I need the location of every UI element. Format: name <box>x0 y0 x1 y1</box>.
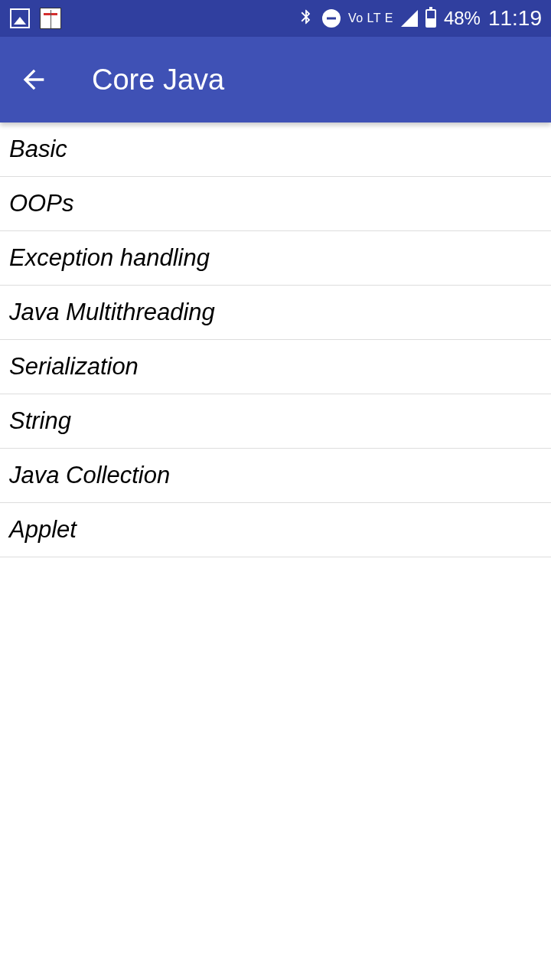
arrow-left-icon <box>18 64 49 95</box>
topic-list: Basic OOPs Exception handling Java Multi… <box>0 122 551 557</box>
app-notification-icon <box>40 8 61 29</box>
list-item-label: Java Collection <box>9 462 170 489</box>
battery-icon <box>425 9 436 28</box>
list-item-serialization[interactable]: Serialization <box>0 340 551 394</box>
app-bar: Core Java <box>0 37 551 122</box>
image-notification-icon <box>9 8 31 29</box>
list-item-string[interactable]: String <box>0 394 551 449</box>
list-item-java-collection[interactable]: Java Collection <box>0 449 551 503</box>
clock: 11:19 <box>488 6 542 31</box>
list-item-label: Basic <box>9 136 67 163</box>
back-button[interactable] <box>18 64 49 95</box>
dnd-icon <box>322 9 341 28</box>
status-bar: Vo LT E 48% 11:19 <box>0 0 551 37</box>
list-item-label: Serialization <box>9 353 139 381</box>
bluetooth-icon <box>298 8 315 28</box>
list-item-label: Exception handling <box>9 244 210 272</box>
list-item-label: String <box>9 407 71 435</box>
status-right: Vo LT E 48% 11:19 <box>298 6 542 31</box>
list-item-basic[interactable]: Basic <box>0 122 551 177</box>
status-left <box>9 8 61 29</box>
battery-percentage: 48% <box>444 8 481 29</box>
list-item-label: Java Multithreading <box>9 299 215 326</box>
volte-label: Vo LT E <box>348 11 393 25</box>
list-item-label: OOPs <box>9 190 73 217</box>
page-title: Core Java <box>92 64 224 96</box>
list-item-oops[interactable]: OOPs <box>0 177 551 231</box>
list-item-exception-handling[interactable]: Exception handling <box>0 231 551 286</box>
signal-icon <box>401 10 418 27</box>
list-item-java-multithreading[interactable]: Java Multithreading <box>0 286 551 340</box>
list-item-label: Applet <box>9 516 77 544</box>
list-item-applet[interactable]: Applet <box>0 503 551 557</box>
